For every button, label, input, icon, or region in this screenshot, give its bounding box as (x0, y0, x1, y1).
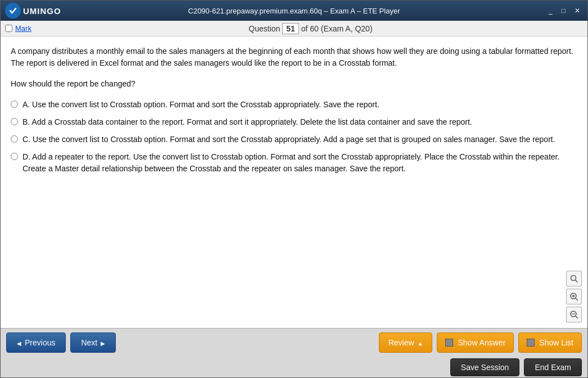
mark-section: Mark (5, 24, 31, 33)
options-list: A. Use the convert list to Crosstab opti… (11, 99, 577, 175)
save-session-button[interactable]: Save Session (450, 358, 520, 376)
option-a-text: A. Use the convert list to Crosstab opti… (22, 99, 379, 111)
side-icons (566, 271, 582, 322)
show-list-label: Show List (539, 338, 573, 347)
radio-c[interactable] (11, 135, 18, 143)
show-list-button[interactable]: Show List (518, 333, 582, 353)
option-d-text: D. Add a repeater to the report. Use the… (22, 151, 577, 175)
end-exam-label: End Exam (535, 363, 571, 372)
zoom-out-button[interactable] (566, 307, 582, 322)
svg-line-2 (576, 280, 578, 283)
review-button[interactable]: Review (379, 333, 433, 353)
minimize-button[interactable]: _ (546, 6, 555, 16)
show-answer-button[interactable]: Show Answer (437, 333, 514, 353)
review-arrow-icon (418, 338, 423, 347)
mark-label[interactable]: Mark (15, 24, 31, 33)
review-label: Review (388, 338, 414, 347)
logo-text: UMINGO (23, 6, 61, 16)
previous-button[interactable]: Previous (6, 333, 66, 353)
radio-a[interactable] (11, 101, 18, 108)
previous-label: Previous (25, 338, 55, 347)
svg-line-8 (576, 316, 578, 318)
next-label: Next (81, 338, 97, 347)
svg-line-4 (576, 298, 578, 300)
mark-checkbox[interactable] (5, 25, 12, 32)
save-session-label: Save Session (461, 363, 509, 372)
maximize-button[interactable]: □ (559, 6, 568, 16)
search-button[interactable] (566, 271, 582, 286)
question-info: Question 51 of 60 (Exam A, Q20) (38, 23, 583, 34)
bottom-row2: Save Session End Exam (1, 357, 587, 378)
option-b: B. Add a Crosstab data container to the … (11, 116, 577, 128)
bottom-bar: Previous Next Review Show Answer Show Li… (1, 328, 587, 377)
show-answer-label: Show Answer (458, 338, 505, 347)
option-b-text: B. Add a Crosstab data container to the … (22, 116, 472, 128)
question-sub: How should the report be changed? (11, 78, 577, 90)
main-window: UMINGO C2090-621.prepaway.premium.exam.6… (0, 0, 588, 378)
show-answer-checkbox-icon (445, 339, 453, 347)
question-number: 51 (282, 23, 299, 34)
next-arrow-icon (101, 338, 105, 347)
question-total: of 60 (Exam A, Q20) (301, 24, 373, 33)
logo-icon (5, 3, 21, 19)
title-bar: UMINGO C2090-621.prepaway.premium.exam.6… (1, 1, 587, 21)
zoom-in-button[interactable] (566, 289, 582, 304)
logo: UMINGO (5, 3, 61, 19)
menu-bar: Mark Question 51 of 60 (Exam A, Q20) (1, 21, 587, 37)
title-controls: _ □ ✕ (546, 6, 583, 16)
option-a: A. Use the convert list to Crosstab opti… (11, 99, 577, 111)
question-text: A company distributes a monthly email to… (11, 45, 577, 69)
option-c: C. Use the convert list to Crosstab opti… (11, 134, 577, 145)
question-label: Question (248, 24, 280, 33)
option-c-text: C. Use the convert list to Crosstab opti… (22, 134, 555, 145)
next-button[interactable]: Next (70, 333, 116, 353)
radio-b[interactable] (11, 118, 18, 125)
close-button[interactable]: ✕ (572, 6, 583, 16)
option-d: D. Add a repeater to the report. Use the… (11, 151, 577, 175)
end-exam-button[interactable]: End Exam (524, 358, 582, 376)
main-content: A company distributes a monthly email to… (1, 37, 587, 328)
title-bar-left: UMINGO (5, 3, 61, 19)
bottom-row1: Previous Next Review Show Answer Show Li… (1, 329, 587, 357)
window-title: C2090-621.prepaway.premium.exam.60q – Ex… (188, 7, 400, 15)
previous-arrow-icon (17, 338, 21, 347)
show-list-checkbox-icon (527, 339, 535, 347)
radio-d[interactable] (11, 153, 18, 160)
